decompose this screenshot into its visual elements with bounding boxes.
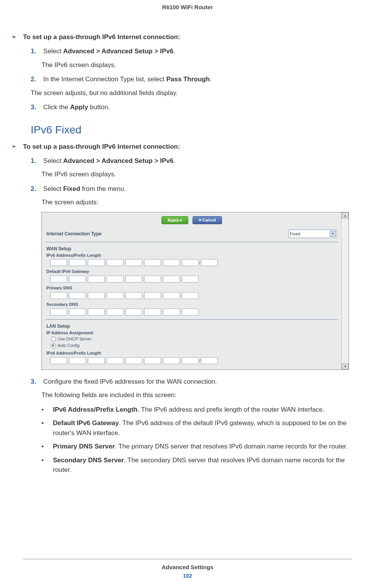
ipv6-address-prefix-label: IPv6 Address/Prefix Length <box>46 251 338 258</box>
ip-segment-input[interactable] <box>182 276 199 283</box>
list-item-term: IPv6 Address/Prefix Length <box>53 406 137 413</box>
ip-segment-input[interactable] <box>69 259 86 266</box>
ip-segment-input[interactable] <box>88 357 105 364</box>
ip-segment-input[interactable] <box>163 292 180 299</box>
ip-segment-input[interactable] <box>144 292 161 299</box>
step-1-3: 3. Click the Apply button. <box>31 102 352 112</box>
ip-segment-input[interactable] <box>50 309 67 315</box>
step-text-bold: Advanced > Advanced Setup > IPv6 <box>63 157 174 164</box>
footer-page-number: 102 <box>23 573 352 579</box>
list-item-term: Primary DNS Server <box>53 443 115 450</box>
step-text-tail: button. <box>88 103 110 111</box>
step-1-1: 1. Select Advanced > Advanced Setup > IP… <box>31 46 352 56</box>
ip-segment-input[interactable] <box>88 292 105 299</box>
field-description-list: IPv6 Address/Prefix Length. The IPv6 add… <box>41 405 352 475</box>
dropdown-caret-icon: ▾ <box>330 231 336 237</box>
ip-segment-input[interactable] <box>125 259 142 266</box>
list-item-desc: . The primary DNS server that resolves I… <box>115 443 348 450</box>
scroll-up-icon[interactable]: ▴ <box>342 212 349 218</box>
ip-segment-input[interactable] <box>107 309 123 315</box>
dhcp-radio-row[interactable]: Use DHCP Server <box>46 336 338 343</box>
ip-segment-input[interactable] <box>107 276 123 283</box>
ip-segment-input[interactable] <box>69 309 86 315</box>
list-item: IPv6 Address/Prefix Length. The IPv6 add… <box>41 405 352 415</box>
secondary-dns-label: Secondary DNS <box>46 301 338 307</box>
list-item-desc: . The IPv6 address and prefix length of … <box>137 406 324 413</box>
procedure-heading-1: To set up a pass-through IPv6 Internet c… <box>23 33 352 41</box>
lan-ipv6-address-fields: :::::::/ <box>46 356 338 366</box>
page-footer: Advanced Settings 102 <box>23 559 352 579</box>
step-number: 1. <box>31 156 41 166</box>
secondary-dns-fields: ::::::: <box>46 307 338 317</box>
ip-segment-input[interactable] <box>163 357 180 364</box>
prefix-length-input[interactable] <box>201 259 218 266</box>
ip-segment-input[interactable] <box>107 292 123 299</box>
ip-segment-input[interactable] <box>107 259 123 266</box>
ip-segment-input[interactable] <box>50 292 67 299</box>
step-1-1-body: The IPv6 screen displays. <box>41 60 352 70</box>
ip-segment-input[interactable] <box>182 292 199 299</box>
ip-segment-input[interactable] <box>50 276 67 283</box>
autoconfig-radio-row[interactable]: Auto Config <box>46 342 338 349</box>
primary-dns-label: Primary DNS <box>46 284 338 291</box>
connection-type-value: Fixed <box>290 232 300 236</box>
list-item: Default IPv6 Gateway. The IPv6 address o… <box>41 418 352 438</box>
ip-segment-input[interactable] <box>69 276 86 283</box>
list-item-term: Secondary DNS Server <box>53 457 124 464</box>
step-2-3: 3. Configure the fixed IPv6 addresses fo… <box>31 377 352 387</box>
step-text: Select <box>43 48 63 55</box>
step-text: Select <box>43 185 63 192</box>
step-text-tail: . <box>210 76 212 83</box>
between-text: The screen adjusts, but no additional fi… <box>31 88 352 98</box>
ip-segment-input[interactable] <box>50 357 67 364</box>
step-text-tail: . <box>173 48 175 55</box>
step-text-bold: Pass Through <box>166 76 210 83</box>
radio-icon[interactable] <box>51 343 56 348</box>
dhcp-radio-label: Use DHCP Server <box>58 337 92 341</box>
ipv6-address-prefix-fields: :::::::/ <box>46 258 338 268</box>
cancel-label: Cancel <box>202 218 216 222</box>
step-text-tail: . <box>173 157 175 164</box>
step-number: 2. <box>31 184 41 194</box>
ip-segment-input[interactable] <box>144 357 161 364</box>
ip-segment-input[interactable] <box>69 292 86 299</box>
ip-segment-input[interactable] <box>88 276 105 283</box>
section-heading-ipv6-fixed: IPv6 Fixed <box>31 124 352 136</box>
ip-segment-input[interactable] <box>125 276 142 283</box>
ip-segment-input[interactable] <box>144 309 161 315</box>
scroll-down-icon[interactable]: ▾ <box>342 363 349 370</box>
ip-segment-input[interactable] <box>107 357 123 364</box>
connection-type-select[interactable]: Fixed ▾ <box>289 230 337 238</box>
ip-segment-input[interactable] <box>182 309 199 315</box>
ip-segment-input[interactable] <box>182 259 199 266</box>
ip-segment-input[interactable] <box>144 276 161 283</box>
ip-segment-input[interactable] <box>163 309 180 315</box>
screenshot-panel: ▴ ▾ Apply ▸ ✕Cancel Internet Connection … <box>41 212 349 370</box>
step-1-2: 2. In the Internet Connection Type list,… <box>31 74 352 84</box>
scrollbar[interactable]: ▴ ▾ <box>341 212 349 370</box>
cancel-button[interactable]: ✕Cancel <box>192 216 222 224</box>
step-text: Configure the fixed IPv6 addresses for t… <box>43 378 217 385</box>
step-text: Select <box>43 157 63 164</box>
ip-segment-input[interactable] <box>182 357 199 364</box>
prefix-length-input[interactable] <box>201 357 218 364</box>
wan-setup-label: WAN Setup <box>46 245 338 251</box>
ip-segment-input[interactable] <box>163 276 180 283</box>
step-text-bold: Advanced > Advanced Setup > IPv6 <box>63 48 174 55</box>
ip-segment-input[interactable] <box>50 259 67 266</box>
ip-segment-input[interactable] <box>144 259 161 266</box>
cancel-x-icon: ✕ <box>198 218 202 222</box>
radio-icon[interactable] <box>51 337 56 342</box>
apply-button[interactable]: Apply ▸ <box>161 216 188 224</box>
step-2-1-body: The IPv6 screen displays. <box>41 169 352 179</box>
ip-segment-input[interactable] <box>125 292 142 299</box>
ip-segment-input[interactable] <box>88 259 105 266</box>
list-item: Secondary DNS Server. The secondary DNS … <box>41 455 352 475</box>
footer-section: Advanced Settings <box>23 564 352 570</box>
ip-segment-input[interactable] <box>125 309 142 315</box>
ip-segment-input[interactable] <box>163 259 180 266</box>
ip-segment-input[interactable] <box>88 309 105 315</box>
step-text: Click the <box>43 103 70 111</box>
ip-segment-input[interactable] <box>125 357 142 364</box>
ip-segment-input[interactable] <box>69 357 86 364</box>
